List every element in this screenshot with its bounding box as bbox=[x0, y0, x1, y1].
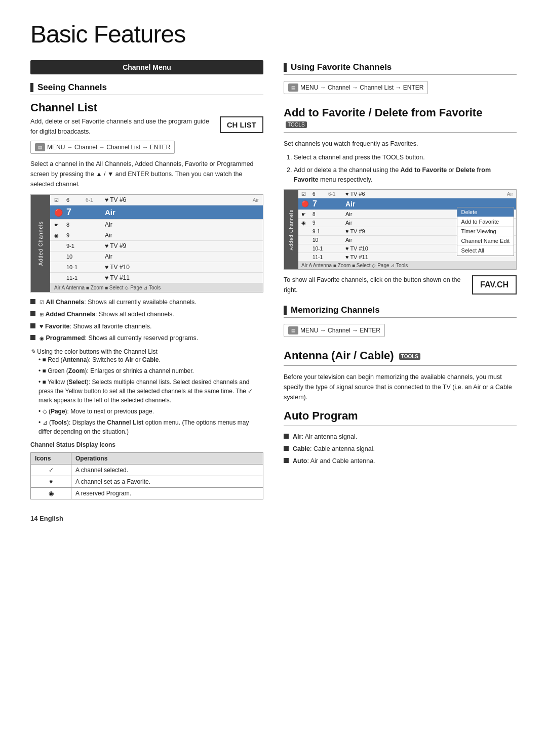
channel-list-menu-path-text: MENU → Channel → Channel List → ENTER bbox=[47, 144, 170, 151]
list-item: ◉ Programmed: Shows all currently reserv… bbox=[30, 333, 263, 343]
bullet-icon bbox=[284, 446, 289, 451]
tools-badge: TOOLS bbox=[286, 121, 307, 128]
list-item: Cable: Cable antenna signal. bbox=[284, 444, 517, 454]
bullet-icon bbox=[30, 323, 35, 328]
context-menu-item-delete[interactable]: Delete bbox=[457, 207, 514, 217]
bullet-text: Cable: Cable antenna signal. bbox=[293, 444, 375, 454]
context-menu[interactable]: Delete Add to Favorite Timer Viewing Cha… bbox=[457, 207, 514, 256]
tools-badge: TOOLS bbox=[399, 353, 420, 360]
channel-list-menu-path: ▤ MENU → Channel → Channel List → ENTER bbox=[30, 141, 175, 154]
channel-list-instruction: Select a channel in the All Channels, Ad… bbox=[30, 159, 263, 189]
channel-status-table: Icons Operations ✓ A channel selected. ♥… bbox=[30, 452, 263, 499]
ch-type: Air bbox=[253, 197, 259, 203]
list-item: Auto: Air and Cable antenna. bbox=[284, 456, 517, 466]
section-bar bbox=[284, 306, 287, 315]
list-item: Select a channel and press the TOOLS but… bbox=[294, 153, 517, 162]
ch-num: 10 bbox=[66, 254, 82, 260]
antenna-description: Before your television can begin memoriz… bbox=[284, 372, 517, 402]
sub-bullet: ⊿ (Tools): Displays the Channel List opt… bbox=[38, 418, 263, 436]
bullet-text: ◉ Programmed: Shows all currently reserv… bbox=[40, 333, 198, 343]
bullet-icon bbox=[284, 434, 289, 439]
fav-note-text: To show all Favorite channels, click on … bbox=[284, 275, 462, 295]
add-to-favorite-title: Add to Favorite / Delete from Favorite bbox=[284, 106, 517, 119]
table-row: 10 Air bbox=[50, 251, 263, 262]
sub-bullet: ■ Yellow (Select): Selects multiple chan… bbox=[38, 377, 263, 405]
context-menu-item-name-edit[interactable]: Channel Name Edit bbox=[457, 236, 514, 246]
context-menu-item-add-favorite[interactable]: Add to Favorite bbox=[457, 217, 514, 227]
add-to-favorite-steps: Select a channel and press the TOOLS but… bbox=[284, 153, 517, 184]
note-text: Using the color buttons with the Channel… bbox=[37, 348, 157, 355]
note-icon: ✎ bbox=[30, 348, 35, 355]
antenna-section: Antenna (Air / Cable) TOOLS Before your … bbox=[284, 349, 517, 402]
page-footer: 14 English bbox=[30, 515, 517, 522]
bullet-text: ♥ Favorite: Shows all favorite channels. bbox=[40, 322, 151, 331]
bullet-text: ☑ All Channels: Shows all currently avai… bbox=[40, 298, 197, 307]
bullet-icon bbox=[30, 311, 35, 316]
table-cell-operation: A reserved Program. bbox=[71, 488, 263, 499]
ch-num: 9 bbox=[312, 220, 325, 226]
menu-icon: ▤ bbox=[288, 326, 298, 334]
table-cell-operation: A channel selected. bbox=[71, 465, 263, 476]
auto-program-section: Auto Program Air: Air antenna signal. Ca… bbox=[284, 409, 517, 466]
table-row: 9-1 ♥ TV #9 bbox=[50, 241, 263, 251]
cl-icon: ◉ bbox=[54, 233, 62, 238]
ch-name: ♥ TV #6 bbox=[345, 191, 504, 197]
using-favorite-menu-path-text: MENU → Channel → Channel List → ENTER bbox=[300, 84, 423, 91]
sub-bullet: ◇ (Page): Move to next or previous page. bbox=[38, 407, 263, 416]
section-bar bbox=[284, 63, 287, 72]
ch-type: Air bbox=[507, 191, 513, 197]
sub-bullet: ■ Red (Antenna): Switches to Air or Cabl… bbox=[38, 355, 263, 364]
cl-sidebar: Added Channels bbox=[31, 195, 50, 292]
memorizing-title: Memorizing Channels bbox=[291, 305, 380, 315]
memorizing-menu-path-text: MENU → Channel → ENTER bbox=[300, 327, 380, 334]
ch-sub: 6-1 bbox=[86, 197, 101, 203]
bullet-icon bbox=[30, 335, 35, 340]
context-menu-item-select-all[interactable]: Select All bbox=[457, 246, 514, 256]
cl-icon: 🔴 bbox=[54, 208, 62, 217]
fav-sidebar: Added Channels bbox=[284, 190, 298, 269]
fav-channel-mockup: Added Channels ☑ 6 6-1 ♥ TV #6 Air 🔴 7 bbox=[284, 189, 517, 270]
ch-num: 10-1 bbox=[312, 246, 325, 251]
fav-footer: Air A Antenna ■ Zoom ■ Select ◇ Page ⊿ T… bbox=[298, 262, 516, 269]
fav-ch-badge: FAV.CH bbox=[472, 275, 517, 295]
memorizing-section: Memorizing Channels ▤ MENU → Channel → E… bbox=[284, 305, 517, 342]
ch-name: Air bbox=[105, 232, 259, 239]
ch-num: 9-1 bbox=[312, 229, 325, 234]
section-bar bbox=[30, 83, 33, 92]
table-row: 10-1 ♥ TV #10 bbox=[50, 262, 263, 273]
table-cell-icon: ♥ bbox=[31, 476, 71, 488]
cl-icon: 🔴 bbox=[301, 200, 309, 207]
ch-name: Air bbox=[105, 221, 259, 228]
seeing-channels-header: Seeing Channels bbox=[30, 82, 263, 95]
table-row: ◉ A reserved Program. bbox=[31, 488, 263, 499]
list-item: ☑ All Channels: Shows all currently avai… bbox=[30, 298, 263, 307]
ch-num: 11-1 bbox=[66, 275, 82, 281]
menu-icon: ▤ bbox=[35, 143, 45, 151]
bullet-icon bbox=[284, 458, 289, 463]
channel-list-title: Channel List bbox=[30, 101, 263, 114]
using-favorite-header: Using Favorite Channels bbox=[284, 62, 517, 75]
cl-icon: ◉ bbox=[301, 220, 309, 226]
bullet-text: Auto: Air and Cable antenna. bbox=[293, 456, 375, 466]
ch-name: Air bbox=[105, 208, 259, 217]
cl-icon: ☑ bbox=[301, 191, 309, 197]
ch-num: 10-1 bbox=[66, 264, 82, 270]
list-item: ⊞ Added Channels: Shows all added channe… bbox=[30, 310, 263, 319]
note-section: ✎ Using the color buttons with the Chann… bbox=[30, 348, 263, 436]
table-cell-icon: ✓ bbox=[31, 465, 71, 476]
add-to-favorite-section: Add to Favorite / Delete from Favorite T… bbox=[284, 106, 517, 295]
fav-footer-text: Air A Antenna ■ Zoom ■ Select ◇ Page ⊿ T… bbox=[301, 263, 408, 268]
fav-note-row: To show all Favorite channels, click on … bbox=[284, 275, 517, 295]
table-row: ✓ A channel selected. bbox=[31, 465, 263, 476]
ch-num: 9 bbox=[66, 232, 82, 238]
fav-sidebar-text: Added Channels bbox=[289, 209, 294, 250]
table-row: ☑ 6 6-1 ♥ TV #6 Air bbox=[298, 190, 516, 198]
memorizing-menu-path: ▤ MENU → Channel → ENTER bbox=[284, 324, 385, 337]
ch-num: 7 bbox=[66, 207, 82, 218]
right-column: Using Favorite Channels ▤ MENU → Channel… bbox=[284, 60, 517, 499]
list-item: Add or delete a the channel using the Ad… bbox=[294, 165, 517, 185]
cl-icon: ☑ bbox=[54, 197, 62, 203]
table-row: ♥ A channel set as a Favorite. bbox=[31, 476, 263, 488]
cl-footer-text: Air A Antenna ■ Zoom ■ Select ◇ Page ⊿ T… bbox=[54, 285, 161, 290]
context-menu-item-timer[interactable]: Timer Viewing bbox=[457, 227, 514, 236]
